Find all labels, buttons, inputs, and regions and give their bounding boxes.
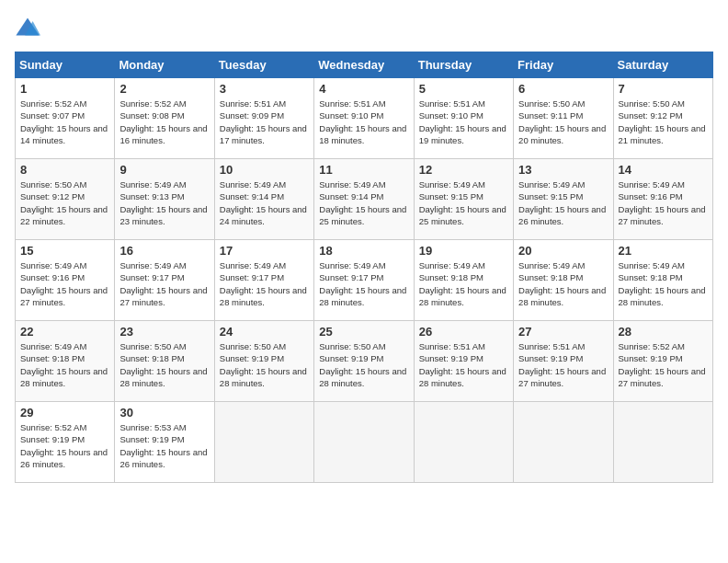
day-info: Sunrise: 5:50 AM Sunset: 9:12 PM Dayligh… (619, 98, 708, 146)
calendar-cell: 8 Sunrise: 5:50 AM Sunset: 9:12 PM Dayli… (16, 159, 115, 240)
day-info: Sunrise: 5:49 AM Sunset: 9:14 PM Dayligh… (220, 178, 309, 227)
day-info: Sunrise: 5:49 AM Sunset: 9:15 PM Dayligh… (518, 178, 608, 227)
day-number: 21 (619, 244, 708, 258)
day-info: Sunrise: 5:49 AM Sunset: 9:18 PM Dayligh… (619, 259, 708, 308)
day-info: Sunrise: 5:49 AM Sunset: 9:17 PM Dayligh… (220, 259, 309, 308)
day-number: 15 (20, 244, 109, 258)
day-info: Sunrise: 5:49 AM Sunset: 9:18 PM Dayligh… (20, 340, 109, 389)
calendar-cell (613, 402, 712, 483)
page-header (15, 15, 713, 40)
day-number: 19 (419, 244, 508, 258)
logo (15, 15, 44, 40)
day-number: 23 (119, 325, 209, 339)
day-number: 10 (220, 163, 309, 177)
day-number: 18 (319, 244, 408, 258)
day-info: Sunrise: 5:49 AM Sunset: 9:16 PM Dayligh… (20, 259, 109, 308)
calendar-cell: 30 Sunrise: 5:53 AM Sunset: 9:19 PM Dayl… (115, 402, 214, 483)
column-header-monday: Monday (115, 52, 214, 78)
day-info: Sunrise: 5:49 AM Sunset: 9:14 PM Dayligh… (319, 178, 408, 227)
calendar-cell: 28 Sunrise: 5:52 AM Sunset: 9:19 PM Dayl… (613, 321, 712, 402)
day-info: Sunrise: 5:50 AM Sunset: 9:19 PM Dayligh… (319, 340, 408, 389)
day-number: 5 (419, 82, 508, 96)
day-info: Sunrise: 5:53 AM Sunset: 9:19 PM Dayligh… (119, 421, 209, 470)
calendar-cell: 11 Sunrise: 5:49 AM Sunset: 9:14 PM Dayl… (314, 159, 414, 240)
calendar-cell: 1 Sunrise: 5:52 AM Sunset: 9:07 PM Dayli… (16, 78, 115, 159)
calendar-table: SundayMondayTuesdayWednesdayThursdayFrid… (15, 52, 713, 483)
calendar-header-row: SundayMondayTuesdayWednesdayThursdayFrid… (16, 52, 713, 78)
day-number: 24 (220, 325, 309, 339)
day-info: Sunrise: 5:49 AM Sunset: 9:13 PM Dayligh… (119, 178, 209, 227)
day-info: Sunrise: 5:51 AM Sunset: 9:19 PM Dayligh… (419, 340, 508, 389)
day-info: Sunrise: 5:50 AM Sunset: 9:18 PM Dayligh… (119, 340, 209, 389)
calendar-cell: 15 Sunrise: 5:49 AM Sunset: 9:16 PM Dayl… (16, 240, 115, 321)
calendar-cell: 13 Sunrise: 5:49 AM Sunset: 9:15 PM Dayl… (514, 159, 613, 240)
calendar-week-row: 8 Sunrise: 5:50 AM Sunset: 9:12 PM Dayli… (16, 159, 713, 240)
day-number: 22 (20, 325, 109, 339)
day-info: Sunrise: 5:52 AM Sunset: 9:19 PM Dayligh… (20, 421, 109, 470)
calendar-cell: 22 Sunrise: 5:49 AM Sunset: 9:18 PM Dayl… (16, 321, 115, 402)
day-info: Sunrise: 5:49 AM Sunset: 9:16 PM Dayligh… (619, 178, 708, 227)
calendar-cell: 29 Sunrise: 5:52 AM Sunset: 9:19 PM Dayl… (16, 402, 115, 483)
calendar-cell: 12 Sunrise: 5:49 AM Sunset: 9:15 PM Dayl… (414, 159, 513, 240)
day-info: Sunrise: 5:49 AM Sunset: 9:18 PM Dayligh… (419, 259, 508, 308)
calendar-cell: 3 Sunrise: 5:51 AM Sunset: 9:09 PM Dayli… (214, 78, 313, 159)
day-number: 11 (319, 163, 408, 177)
calendar-cell: 7 Sunrise: 5:50 AM Sunset: 9:12 PM Dayli… (613, 78, 712, 159)
calendar-cell: 20 Sunrise: 5:49 AM Sunset: 9:18 PM Dayl… (514, 240, 613, 321)
calendar-cell: 14 Sunrise: 5:49 AM Sunset: 9:16 PM Dayl… (613, 159, 712, 240)
calendar-cell: 25 Sunrise: 5:50 AM Sunset: 9:19 PM Dayl… (314, 321, 414, 402)
logo-icon (15, 15, 40, 40)
calendar-week-row: 29 Sunrise: 5:52 AM Sunset: 9:19 PM Dayl… (16, 402, 713, 483)
calendar-cell: 21 Sunrise: 5:49 AM Sunset: 9:18 PM Dayl… (613, 240, 712, 321)
day-number: 20 (518, 244, 608, 258)
day-number: 17 (220, 244, 309, 258)
calendar-cell: 16 Sunrise: 5:49 AM Sunset: 9:17 PM Dayl… (115, 240, 214, 321)
day-number: 16 (119, 244, 209, 258)
day-number: 8 (20, 163, 109, 177)
day-number: 1 (20, 82, 109, 96)
calendar-cell (314, 402, 414, 483)
day-info: Sunrise: 5:52 AM Sunset: 9:19 PM Dayligh… (619, 340, 708, 389)
calendar-cell: 18 Sunrise: 5:49 AM Sunset: 9:17 PM Dayl… (314, 240, 414, 321)
day-info: Sunrise: 5:52 AM Sunset: 9:07 PM Dayligh… (20, 98, 109, 146)
column-header-friday: Friday (514, 52, 613, 78)
column-header-wednesday: Wednesday (314, 52, 414, 78)
day-info: Sunrise: 5:50 AM Sunset: 9:11 PM Dayligh… (518, 98, 608, 146)
calendar-cell (414, 402, 513, 483)
day-info: Sunrise: 5:49 AM Sunset: 9:18 PM Dayligh… (518, 259, 608, 308)
calendar-week-row: 22 Sunrise: 5:49 AM Sunset: 9:18 PM Dayl… (16, 321, 713, 402)
day-number: 2 (119, 82, 209, 96)
day-number: 9 (119, 163, 209, 177)
day-number: 14 (619, 163, 708, 177)
calendar-week-row: 1 Sunrise: 5:52 AM Sunset: 9:07 PM Dayli… (16, 78, 713, 159)
day-info: Sunrise: 5:49 AM Sunset: 9:17 PM Dayligh… (319, 259, 408, 308)
calendar-cell: 23 Sunrise: 5:50 AM Sunset: 9:18 PM Dayl… (115, 321, 214, 402)
calendar-cell: 9 Sunrise: 5:49 AM Sunset: 9:13 PM Dayli… (115, 159, 214, 240)
day-number: 4 (319, 82, 408, 96)
calendar-cell: 5 Sunrise: 5:51 AM Sunset: 9:10 PM Dayli… (414, 78, 513, 159)
day-number: 12 (419, 163, 508, 177)
day-number: 6 (518, 82, 608, 96)
day-number: 26 (419, 325, 508, 339)
day-number: 29 (20, 406, 109, 419)
day-info: Sunrise: 5:52 AM Sunset: 9:08 PM Dayligh… (119, 98, 209, 146)
calendar-cell: 26 Sunrise: 5:51 AM Sunset: 9:19 PM Dayl… (414, 321, 513, 402)
calendar-cell: 10 Sunrise: 5:49 AM Sunset: 9:14 PM Dayl… (214, 159, 313, 240)
calendar-cell: 27 Sunrise: 5:51 AM Sunset: 9:19 PM Dayl… (514, 321, 613, 402)
calendar-cell: 17 Sunrise: 5:49 AM Sunset: 9:17 PM Dayl… (214, 240, 313, 321)
day-number: 28 (619, 325, 708, 339)
day-number: 25 (319, 325, 408, 339)
column-header-tuesday: Tuesday (214, 52, 313, 78)
day-info: Sunrise: 5:49 AM Sunset: 9:17 PM Dayligh… (119, 259, 209, 308)
day-number: 27 (518, 325, 608, 339)
column-header-sunday: Sunday (16, 52, 115, 78)
day-number: 7 (619, 82, 708, 96)
day-number: 13 (518, 163, 608, 177)
day-info: Sunrise: 5:51 AM Sunset: 9:09 PM Dayligh… (220, 98, 309, 146)
calendar-week-row: 15 Sunrise: 5:49 AM Sunset: 9:16 PM Dayl… (16, 240, 713, 321)
calendar-cell (514, 402, 613, 483)
day-info: Sunrise: 5:49 AM Sunset: 9:15 PM Dayligh… (419, 178, 508, 227)
calendar-cell: 2 Sunrise: 5:52 AM Sunset: 9:08 PM Dayli… (115, 78, 214, 159)
day-number: 30 (119, 406, 209, 419)
calendar-cell: 6 Sunrise: 5:50 AM Sunset: 9:11 PM Dayli… (514, 78, 613, 159)
